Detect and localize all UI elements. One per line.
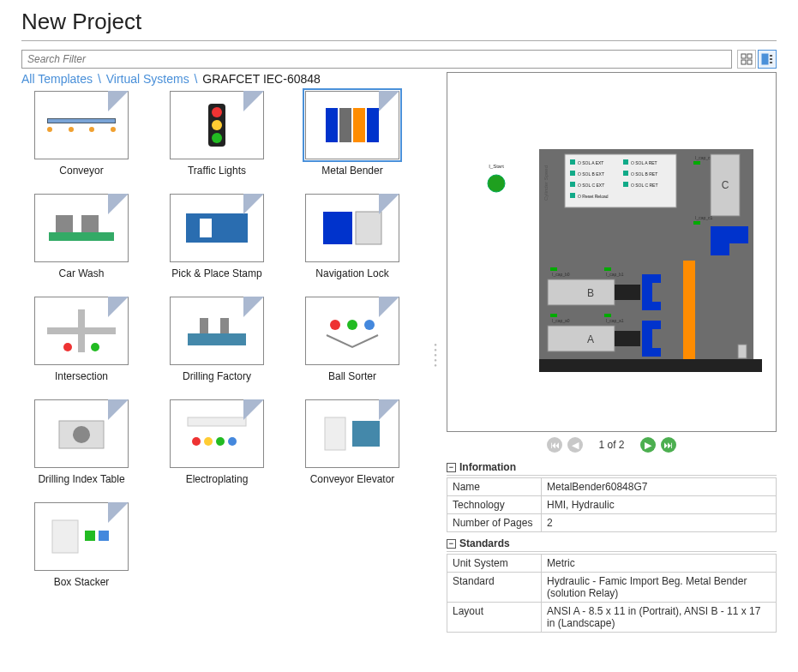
svg-point-26 — [73, 426, 90, 443]
template-item[interactable]: Conveyor Elevator — [292, 399, 412, 485]
last-page-button[interactable]: ⏭ — [661, 437, 676, 453]
svg-rect-1 — [747, 54, 752, 58]
template-label: Conveyor — [59, 165, 103, 177]
template-thumb — [305, 91, 399, 159]
svg-rect-51 — [570, 182, 575, 187]
template-thumb — [34, 502, 129, 571]
svg-rect-43 — [570, 159, 575, 165]
template-thumb — [305, 399, 399, 468]
svg-text:O SOL A RET: O SOL A RET — [631, 160, 657, 165]
std-unit-val: Metric — [542, 555, 777, 573]
template-item[interactable]: Navigation Lock — [292, 194, 412, 279]
breadcrumb-current: GRAFCET IEC-60848 — [202, 72, 320, 86]
svg-point-39 — [488, 175, 505, 192]
standards-header[interactable]: − Standards — [447, 537, 777, 552]
template-item[interactable]: Metal Bender — [292, 91, 412, 177]
svg-rect-49 — [623, 171, 628, 176]
template-thumb — [305, 297, 399, 365]
template-item[interactable]: Pick & Place Stamp — [157, 194, 277, 279]
template-label: Car Wash — [59, 267, 105, 279]
svg-point-29 — [204, 437, 213, 446]
svg-rect-13 — [323, 212, 352, 244]
svg-rect-19 — [188, 333, 246, 345]
svg-text:C: C — [721, 179, 729, 191]
svg-text:O SOL A EXT: O SOL A EXT — [578, 160, 603, 165]
svg-rect-62 — [693, 221, 700, 225]
svg-text:A: A — [586, 333, 593, 345]
svg-rect-38 — [539, 359, 762, 372]
view-large-icons-button[interactable] — [758, 50, 777, 69]
svg-text:I_Start: I_Start — [489, 164, 504, 169]
template-item[interactable]: Drilling Index Table — [21, 399, 141, 485]
svg-rect-20 — [200, 318, 208, 333]
information-header[interactable]: − Information — [447, 461, 777, 476]
template-item[interactable]: Intersection — [21, 297, 141, 382]
breadcrumb-mid[interactable]: Virtual Systems — [106, 72, 189, 86]
template-thumb — [170, 399, 264, 468]
svg-rect-65 — [683, 261, 695, 359]
preview-panel: I_Start Cylinder Speed O SOL A EXT O SOL… — [447, 72, 777, 432]
prev-page-button: ◀ — [567, 437, 583, 453]
template-thumb — [34, 91, 129, 159]
svg-rect-32 — [325, 417, 345, 450]
template-item[interactable]: Drilling Factory — [157, 297, 277, 382]
svg-rect-9 — [56, 215, 73, 232]
svg-rect-5 — [770, 55, 772, 57]
svg-rect-58 — [693, 161, 700, 165]
search-input[interactable] — [21, 50, 732, 69]
pager-text: 1 of 2 — [598, 439, 624, 451]
std-layout-key: Layout — [447, 603, 542, 633]
collapse-icon[interactable]: − — [447, 539, 456, 549]
breadcrumb: All Templates \ Virtual Systems \ GRAFCE… — [21, 72, 424, 86]
template-label: Drilling Factory — [183, 370, 251, 382]
template-thumb — [34, 194, 129, 262]
svg-rect-84 — [738, 345, 747, 358]
template-thumb — [170, 297, 264, 365]
svg-rect-64 — [729, 243, 748, 255]
information-table: NameMetalBender60848G7 TechnologyHMI, Hy… — [447, 477, 777, 532]
template-thumb — [305, 194, 399, 262]
splitter-handle[interactable]: ●●●●● — [433, 72, 438, 638]
svg-text:B: B — [586, 287, 593, 299]
svg-rect-70 — [550, 267, 557, 271]
svg-point-28 — [192, 437, 201, 446]
svg-rect-0 — [741, 54, 746, 58]
next-page-button[interactable]: ▶ — [640, 437, 656, 453]
info-tech-val: HMI, Hydraulic — [542, 496, 777, 514]
svg-text:O SOL C RET: O SOL C RET — [631, 183, 658, 188]
view-small-icons-button[interactable] — [737, 50, 756, 69]
template-item[interactable]: Conveyor — [21, 91, 141, 177]
svg-text:O SOL B RET: O SOL B RET — [631, 171, 657, 177]
svg-text:I_cap_a1: I_cap_a1 — [606, 318, 624, 323]
template-item[interactable]: Box Stacker — [21, 502, 141, 588]
svg-rect-81 — [604, 314, 611, 317]
info-name-key: Name — [447, 478, 542, 496]
first-page-button: ⏮ — [547, 437, 562, 453]
svg-rect-8 — [49, 232, 114, 241]
svg-text:O Reset Reload: O Reset Reload — [578, 194, 609, 199]
template-label: Pick & Place Stamp — [171, 267, 261, 279]
template-item[interactable]: Electroplating — [157, 399, 277, 485]
svg-text:O SOL C EXT: O SOL C EXT — [578, 183, 604, 188]
svg-rect-12 — [200, 219, 212, 237]
svg-rect-2 — [741, 60, 746, 64]
template-item[interactable]: Car Wash — [21, 194, 141, 279]
svg-rect-79 — [550, 314, 557, 317]
svg-rect-66 — [548, 279, 615, 305]
svg-point-17 — [63, 343, 72, 351]
svg-rect-33 — [352, 421, 380, 447]
svg-rect-6 — [770, 58, 772, 60]
svg-rect-10 — [81, 215, 99, 232]
template-item[interactable]: Ball Sorter — [292, 297, 412, 382]
svg-rect-83 — [652, 329, 661, 348]
template-label: Conveyor Elevator — [310, 473, 395, 485]
info-pages-key: Number of Pages — [447, 514, 542, 532]
preview-svg: I_Start Cylinder Speed O SOL A EXT O SOL… — [462, 123, 762, 381]
svg-text:I_cap_a0: I_cap_a0 — [552, 318, 570, 323]
svg-rect-75 — [548, 326, 615, 351]
breadcrumb-root[interactable]: All Templates — [21, 72, 93, 86]
svg-rect-77 — [615, 331, 640, 346]
collapse-icon[interactable]: − — [447, 463, 456, 472]
std-layout-val: ANSI A - 8.5 x 11 in (Portrait), ANSI B … — [542, 603, 777, 633]
template-item[interactable]: Traffic Lights — [157, 91, 277, 177]
